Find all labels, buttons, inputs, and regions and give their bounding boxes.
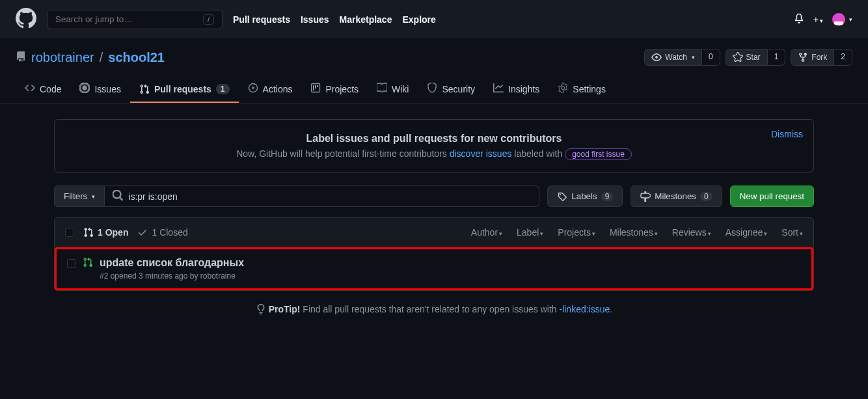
- fork-button[interactable]: Fork: [791, 49, 834, 66]
- new-pr-button[interactable]: New pull request: [730, 186, 814, 207]
- nav-issues[interactable]: Issues: [301, 14, 329, 25]
- filters-button[interactable]: Filters▾: [54, 186, 105, 207]
- nav-pulls[interactable]: Pull requests: [233, 14, 290, 25]
- watch-count[interactable]: 0: [702, 49, 720, 66]
- nav-explore[interactable]: Explore: [402, 14, 435, 25]
- sort-dropdown[interactable]: Sort▾: [781, 227, 803, 238]
- global-header: / Pull requests Issues Marketplace Explo…: [0, 0, 868, 38]
- select-all-checkbox[interactable]: [65, 228, 74, 237]
- user-menu[interactable]: ▾: [832, 13, 852, 26]
- issue-row[interactable]: update список благодарных #2 opened 3 mi…: [57, 249, 811, 288]
- issue-meta: #2 opened 3 minutes ago by robotraine: [100, 271, 244, 281]
- tab-code[interactable]: Code: [16, 76, 70, 103]
- github-logo-icon[interactable]: [16, 8, 36, 31]
- protip-link[interactable]: -linked:issue: [559, 304, 610, 314]
- filter-row: Filters▾ Labels9 Milestones0 New pull re…: [54, 186, 814, 207]
- reviews-dropdown[interactable]: Reviews▾: [672, 227, 711, 238]
- labels-button[interactable]: Labels9: [547, 186, 623, 207]
- add-menu[interactable]: +▾: [813, 14, 823, 25]
- row-checkbox[interactable]: [67, 259, 76, 268]
- banner-title: Label issues and pull requests for new c…: [68, 133, 800, 144]
- closed-filter[interactable]: 1 Closed: [137, 227, 187, 238]
- svg-point-0: [83, 87, 87, 90]
- slash-hint: /: [203, 14, 214, 25]
- pull-request-icon: [83, 257, 93, 281]
- separator: /: [100, 50, 103, 65]
- dismiss-link[interactable]: Dismiss: [771, 129, 803, 139]
- highlighted-row: update список благодарных #2 opened 3 mi…: [55, 247, 813, 290]
- header-right: +▾ ▾: [794, 13, 852, 26]
- lightbulb-icon: [256, 304, 266, 314]
- avatar-icon: [832, 13, 845, 26]
- tab-pulls[interactable]: Pull requests1: [130, 76, 239, 103]
- pulls-count-badge: 1: [216, 84, 230, 94]
- owner-link[interactable]: robotrainer: [31, 50, 94, 65]
- tab-actions[interactable]: Actions: [239, 76, 302, 103]
- tab-wiki[interactable]: Wiki: [368, 76, 418, 103]
- discover-link[interactable]: discover issues: [450, 148, 512, 159]
- tab-security[interactable]: Security: [418, 76, 484, 103]
- svg-point-3: [560, 194, 561, 195]
- fork-count[interactable]: 2: [834, 49, 852, 66]
- issue-title[interactable]: update список благодарных: [100, 257, 244, 268]
- filter-input-wrapper[interactable]: [105, 186, 539, 207]
- milestones-button[interactable]: Milestones0: [631, 186, 722, 207]
- repo-tabs: Code Issues Pull requests1 Actions Proje…: [0, 76, 868, 103]
- repo-header: robotrainer / school21 Watch▾ 0 Star 1 F…: [0, 38, 868, 66]
- repo-actions: Watch▾ 0 Star 1 Fork 2: [644, 49, 852, 66]
- milestones-dropdown[interactable]: Milestones▾: [610, 227, 658, 238]
- notifications-icon[interactable]: [794, 13, 804, 25]
- tab-insights[interactable]: Insights: [484, 76, 549, 103]
- issues-list: 1 Open 1 Closed Author▾ Label▾ Projects▾…: [54, 217, 814, 291]
- header-nav: Pull requests Issues Marketplace Explore: [233, 14, 436, 25]
- search-input[interactable]: [55, 14, 203, 24]
- open-filter[interactable]: 1 Open: [83, 227, 128, 238]
- list-header: 1 Open 1 Closed Author▾ Label▾ Projects▾…: [55, 218, 813, 247]
- star-button[interactable]: Star: [726, 49, 768, 66]
- repo-icon: [16, 50, 26, 65]
- tab-issues[interactable]: Issues: [70, 76, 129, 103]
- repo-link[interactable]: school21: [108, 50, 165, 65]
- star-count[interactable]: 1: [768, 49, 786, 66]
- nav-marketplace[interactable]: Marketplace: [340, 14, 392, 25]
- good-first-issue-label[interactable]: good first issue: [565, 148, 632, 160]
- watch-button[interactable]: Watch▾: [644, 49, 702, 66]
- label-dropdown[interactable]: Label▾: [517, 227, 543, 238]
- filter-query-input[interactable]: [128, 191, 531, 202]
- assignee-dropdown[interactable]: Assignee▾: [726, 227, 768, 238]
- banner-text: Now, GitHub will help potential first-ti…: [68, 148, 800, 159]
- contributor-banner: Dismiss Label issues and pull requests f…: [54, 119, 814, 172]
- global-search[interactable]: /: [47, 10, 223, 29]
- author-dropdown[interactable]: Author▾: [471, 227, 502, 238]
- projects-dropdown[interactable]: Projects▾: [558, 227, 595, 238]
- tab-projects[interactable]: Projects: [301, 76, 368, 103]
- repo-title: robotrainer / school21: [16, 50, 165, 65]
- search-icon: [113, 190, 123, 202]
- protip: ProTip! Find all pull requests that aren…: [54, 304, 814, 314]
- tab-settings[interactable]: Settings: [549, 76, 615, 103]
